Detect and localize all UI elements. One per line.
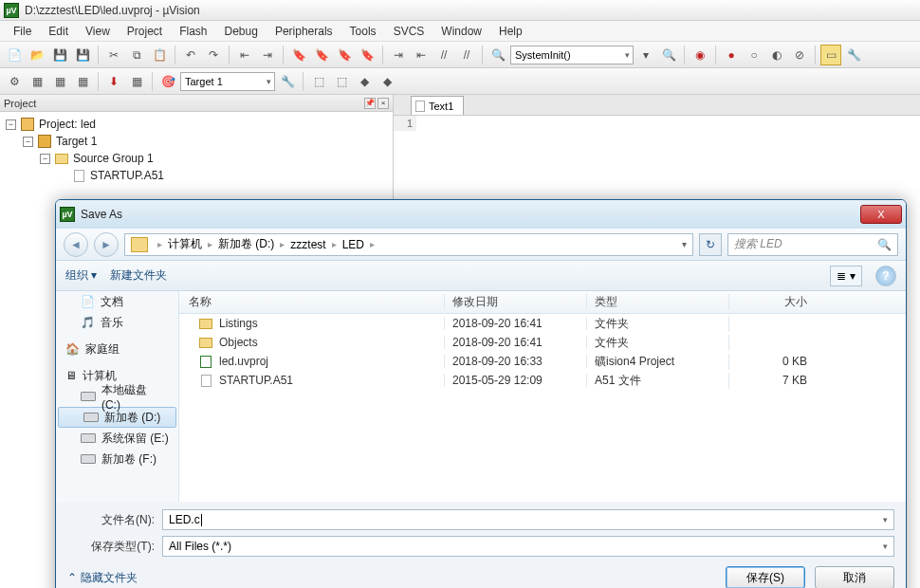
new-folder-button[interactable]: 新建文件夹 <box>110 267 167 284</box>
menu-svcs[interactable]: SVCS <box>386 23 432 40</box>
open-file-icon[interactable]: 📂 <box>27 45 47 65</box>
translate-icon[interactable]: ⚙ <box>4 71 25 92</box>
menu-tools[interactable]: Tools <box>342 23 384 40</box>
comment-icon[interactable]: // <box>433 45 454 65</box>
target-options-icon[interactable]: 🎯 <box>157 71 178 92</box>
place-music[interactable]: 音乐 <box>56 312 178 333</box>
batch-build-icon[interactable]: ▦ <box>72 71 93 92</box>
indent-icon[interactable]: ⇥ <box>388 45 409 65</box>
tree-target[interactable]: − Target 1 <box>6 133 387 150</box>
file-row[interactable]: STARTUP.A512015-05-29 12:09A51 文件7 KB <box>179 371 906 390</box>
collapse-icon[interactable]: − <box>6 119 16 130</box>
save-all-icon[interactable]: 💾 <box>72 45 93 65</box>
save-icon[interactable]: 💾 <box>49 45 70 65</box>
copy-icon[interactable]: ⧉ <box>126 45 147 65</box>
menu-flash[interactable]: Flash <box>172 23 214 40</box>
place-homegroup[interactable]: 家庭组 <box>56 339 178 359</box>
manage-rte-icon[interactable]: ◆ <box>354 71 375 92</box>
new-file-icon[interactable]: 📄 <box>4 45 25 65</box>
window-layout-icon[interactable]: ▭ <box>820 45 841 65</box>
tree-root[interactable]: − Project: led <box>6 116 387 133</box>
col-date[interactable]: 修改日期 <box>445 294 587 310</box>
search-icon[interactable]: 🔍 <box>877 238 892 251</box>
col-name[interactable]: 名称 <box>179 294 445 310</box>
menu-peripherals[interactable]: Peripherals <box>267 23 340 40</box>
find-icon[interactable]: 🔍 <box>488 45 508 65</box>
bookmark-prev-icon[interactable]: 🔖 <box>311 45 332 65</box>
debug-icon[interactable]: ◉ <box>690 45 710 65</box>
target-combo[interactable]: Target 1 <box>180 72 275 91</box>
cut-icon[interactable]: ✂ <box>103 45 124 65</box>
bookmark-clear-icon[interactable]: 🔖 <box>357 45 377 65</box>
rebuild-icon[interactable]: ▦ <box>49 71 70 92</box>
bookmark-icon[interactable]: 🔖 <box>288 45 309 65</box>
uncomment-icon[interactable]: // <box>456 45 477 65</box>
books-icon[interactable]: ⬚ <box>331 71 352 92</box>
menu-help[interactable]: Help <box>491 23 530 40</box>
bookmark-next-icon[interactable]: 🔖 <box>334 45 355 65</box>
place-drive-c[interactable]: 本地磁盘 (C:) <box>56 386 178 407</box>
refresh-button[interactable]: ↻ <box>699 233 722 256</box>
manage-project-icon[interactable]: 🔧 <box>277 71 298 92</box>
place-documents[interactable]: 文档 <box>56 291 178 312</box>
filetype-combo[interactable]: All Files (*.*) <box>162 536 894 557</box>
collapse-icon[interactable]: − <box>23 137 33 147</box>
col-size[interactable]: 大小 <box>729 294 824 310</box>
panel-close-icon[interactable]: × <box>377 98 389 109</box>
filename-input[interactable]: LED.c <box>162 509 894 530</box>
save-button[interactable]: 保存(S) <box>726 566 805 588</box>
file-list[interactable]: 名称 修改日期 类型 大小 Listings2018-09-20 16:41文件… <box>179 291 906 502</box>
file-row[interactable]: Objects2018-09-20 16:41文件夹 <box>179 333 906 352</box>
file-ext-icon[interactable]: ⬚ <box>308 71 329 92</box>
undo-icon[interactable]: ↶ <box>180 45 201 65</box>
editor-tab-text1[interactable]: Text1 <box>411 96 464 115</box>
crumb-computer[interactable]: 计算机 <box>168 236 202 252</box>
download-icon[interactable]: ⬇ <box>103 71 124 92</box>
chevron-right-icon[interactable]: ▸ <box>326 239 342 249</box>
file-row[interactable]: led.uvproj2018-09-20 16:33礦ision4 Projec… <box>179 352 906 371</box>
menu-project[interactable]: Project <box>120 23 170 40</box>
pack-installer-icon[interactable]: ◆ <box>377 71 397 92</box>
dialog-close-button[interactable]: X <box>860 205 902 224</box>
crumb-dropdown-icon[interactable]: ▾ <box>682 239 690 249</box>
nav-back-icon[interactable]: ⇤ <box>234 45 255 65</box>
crumb-folder1[interactable]: zzztest <box>290 238 325 251</box>
chevron-right-icon[interactable]: ▸ <box>202 239 218 249</box>
col-type[interactable]: 类型 <box>587 294 729 310</box>
panel-pin-icon[interactable]: 📌 <box>364 98 376 109</box>
menu-file[interactable]: File <box>6 23 39 40</box>
organize-button[interactable]: 组织 ▾ <box>65 267 97 284</box>
editor-text-area[interactable] <box>416 116 920 131</box>
help-button[interactable]: ? <box>875 266 896 286</box>
view-mode-button[interactable]: ≣ ▾ <box>830 266 862 286</box>
collapse-icon[interactable]: − <box>40 154 50 164</box>
menu-window[interactable]: Window <box>433 23 489 40</box>
menu-edit[interactable]: Edit <box>41 23 76 40</box>
place-drive-e[interactable]: 系统保留 (E:) <box>56 428 178 449</box>
search-input[interactable]: 搜索 LED 🔍 <box>727 233 898 256</box>
find-in-files-icon[interactable]: 🔍 <box>658 45 679 65</box>
file-row[interactable]: Listings2018-09-20 16:41文件夹 <box>179 314 906 333</box>
nav-forward-button[interactable]: ► <box>94 232 119 257</box>
chevron-right-icon[interactable]: ▸ <box>364 239 380 249</box>
breakpoint-kill-icon[interactable]: ⊘ <box>789 45 810 65</box>
crumb-drive[interactable]: 新加卷 (D:) <box>218 236 274 252</box>
paste-icon[interactable]: 📋 <box>149 45 170 65</box>
crumb-folder2[interactable]: LED <box>342 238 364 251</box>
breakpoint-toggle-icon[interactable]: ○ <box>744 45 764 65</box>
tree-file[interactable]: STARTUP.A51 <box>6 167 387 184</box>
place-drive-d[interactable]: 新加卷 (D:) <box>58 407 176 428</box>
breakpoint-icon[interactable]: ● <box>721 45 742 65</box>
cancel-button[interactable]: 取消 <box>815 566 894 588</box>
dialog-title-bar[interactable]: µV Save As X <box>56 200 906 229</box>
stop-build-icon[interactable]: ▦ <box>126 71 147 92</box>
breakpoint-disable-icon[interactable]: ◐ <box>766 45 787 65</box>
nav-fwd-icon[interactable]: ⇥ <box>257 45 278 65</box>
find-combo[interactable]: SystemInit() <box>510 46 634 64</box>
chevron-right-icon[interactable]: ▸ <box>152 239 168 249</box>
place-drive-f[interactable]: 新加卷 (F:) <box>56 449 178 469</box>
build-icon[interactable]: ▦ <box>27 71 47 92</box>
redo-icon[interactable]: ↷ <box>203 45 224 65</box>
nav-back-button[interactable]: ◄ <box>64 232 88 257</box>
outdent-icon[interactable]: ⇤ <box>411 45 432 65</box>
